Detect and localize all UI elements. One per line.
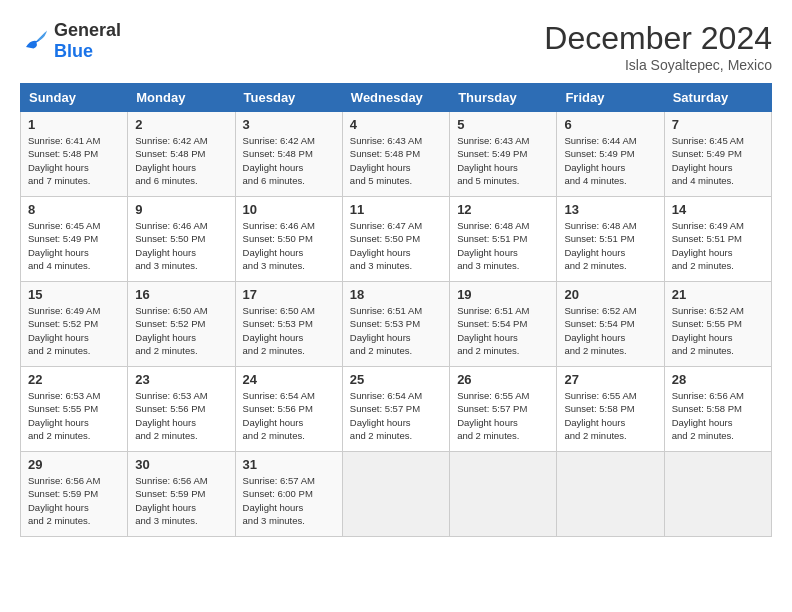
calendar-row: 8 Sunrise: 6:45 AM Sunset: 5:49 PM Dayli… <box>21 197 772 282</box>
table-cell: 15 Sunrise: 6:49 AM Sunset: 5:52 PM Dayl… <box>21 282 128 367</box>
month-title: December 2024 <box>544 20 772 57</box>
table-cell: 25 Sunrise: 6:54 AM Sunset: 5:57 PM Dayl… <box>342 367 449 452</box>
table-cell: 1 Sunrise: 6:41 AM Sunset: 5:48 PM Dayli… <box>21 112 128 197</box>
day-number: 23 <box>135 372 227 387</box>
day-info: Sunrise: 6:46 AM Sunset: 5:50 PM Dayligh… <box>135 219 227 272</box>
table-cell: 21 Sunrise: 6:52 AM Sunset: 5:55 PM Dayl… <box>664 282 771 367</box>
day-number: 20 <box>564 287 656 302</box>
table-cell: 23 Sunrise: 6:53 AM Sunset: 5:56 PM Dayl… <box>128 367 235 452</box>
day-info: Sunrise: 6:45 AM Sunset: 5:49 PM Dayligh… <box>28 219 120 272</box>
day-number: 17 <box>243 287 335 302</box>
day-number: 4 <box>350 117 442 132</box>
table-cell: 5 Sunrise: 6:43 AM Sunset: 5:49 PM Dayli… <box>450 112 557 197</box>
day-info: Sunrise: 6:52 AM Sunset: 5:55 PM Dayligh… <box>672 304 764 357</box>
table-cell: 12 Sunrise: 6:48 AM Sunset: 5:51 PM Dayl… <box>450 197 557 282</box>
day-number: 7 <box>672 117 764 132</box>
day-number: 26 <box>457 372 549 387</box>
table-cell: 31 Sunrise: 6:57 AM Sunset: 6:00 PM Dayl… <box>235 452 342 537</box>
day-number: 14 <box>672 202 764 217</box>
header-monday: Monday <box>128 84 235 112</box>
table-cell: 27 Sunrise: 6:55 AM Sunset: 5:58 PM Dayl… <box>557 367 664 452</box>
logo-icon <box>20 26 50 56</box>
calendar-row: 15 Sunrise: 6:49 AM Sunset: 5:52 PM Dayl… <box>21 282 772 367</box>
table-cell: 18 Sunrise: 6:51 AM Sunset: 5:53 PM Dayl… <box>342 282 449 367</box>
table-cell: 28 Sunrise: 6:56 AM Sunset: 5:58 PM Dayl… <box>664 367 771 452</box>
day-number: 29 <box>28 457 120 472</box>
calendar-row: 1 Sunrise: 6:41 AM Sunset: 5:48 PM Dayli… <box>21 112 772 197</box>
table-cell: 14 Sunrise: 6:49 AM Sunset: 5:51 PM Dayl… <box>664 197 771 282</box>
day-number: 18 <box>350 287 442 302</box>
day-number: 3 <box>243 117 335 132</box>
table-cell: 13 Sunrise: 6:48 AM Sunset: 5:51 PM Dayl… <box>557 197 664 282</box>
table-cell: 8 Sunrise: 6:45 AM Sunset: 5:49 PM Dayli… <box>21 197 128 282</box>
table-cell: 16 Sunrise: 6:50 AM Sunset: 5:52 PM Dayl… <box>128 282 235 367</box>
table-cell: 26 Sunrise: 6:55 AM Sunset: 5:57 PM Dayl… <box>450 367 557 452</box>
day-number: 16 <box>135 287 227 302</box>
table-cell <box>450 452 557 537</box>
table-cell <box>557 452 664 537</box>
day-info: Sunrise: 6:56 AM Sunset: 5:58 PM Dayligh… <box>672 389 764 442</box>
table-cell: 29 Sunrise: 6:56 AM Sunset: 5:59 PM Dayl… <box>21 452 128 537</box>
header-thursday: Thursday <box>450 84 557 112</box>
day-info: Sunrise: 6:51 AM Sunset: 5:53 PM Dayligh… <box>350 304 442 357</box>
table-cell <box>342 452 449 537</box>
header-tuesday: Tuesday <box>235 84 342 112</box>
day-info: Sunrise: 6:52 AM Sunset: 5:54 PM Dayligh… <box>564 304 656 357</box>
day-info: Sunrise: 6:51 AM Sunset: 5:54 PM Dayligh… <box>457 304 549 357</box>
day-number: 10 <box>243 202 335 217</box>
table-cell: 20 Sunrise: 6:52 AM Sunset: 5:54 PM Dayl… <box>557 282 664 367</box>
day-info: Sunrise: 6:49 AM Sunset: 5:51 PM Dayligh… <box>672 219 764 272</box>
day-number: 31 <box>243 457 335 472</box>
day-info: Sunrise: 6:41 AM Sunset: 5:48 PM Dayligh… <box>28 134 120 187</box>
day-info: Sunrise: 6:43 AM Sunset: 5:49 PM Dayligh… <box>457 134 549 187</box>
day-info: Sunrise: 6:56 AM Sunset: 5:59 PM Dayligh… <box>28 474 120 527</box>
day-info: Sunrise: 6:53 AM Sunset: 5:56 PM Dayligh… <box>135 389 227 442</box>
day-info: Sunrise: 6:47 AM Sunset: 5:50 PM Dayligh… <box>350 219 442 272</box>
table-cell: 11 Sunrise: 6:47 AM Sunset: 5:50 PM Dayl… <box>342 197 449 282</box>
table-cell <box>664 452 771 537</box>
table-cell: 4 Sunrise: 6:43 AM Sunset: 5:48 PM Dayli… <box>342 112 449 197</box>
day-number: 27 <box>564 372 656 387</box>
title-area: December 2024 Isla Soyaltepec, Mexico <box>544 20 772 73</box>
day-info: Sunrise: 6:48 AM Sunset: 5:51 PM Dayligh… <box>457 219 549 272</box>
day-number: 6 <box>564 117 656 132</box>
day-info: Sunrise: 6:46 AM Sunset: 5:50 PM Dayligh… <box>243 219 335 272</box>
day-number: 1 <box>28 117 120 132</box>
table-cell: 7 Sunrise: 6:45 AM Sunset: 5:49 PM Dayli… <box>664 112 771 197</box>
day-number: 21 <box>672 287 764 302</box>
day-info: Sunrise: 6:54 AM Sunset: 5:56 PM Dayligh… <box>243 389 335 442</box>
day-number: 22 <box>28 372 120 387</box>
table-cell: 22 Sunrise: 6:53 AM Sunset: 5:55 PM Dayl… <box>21 367 128 452</box>
day-info: Sunrise: 6:55 AM Sunset: 5:58 PM Dayligh… <box>564 389 656 442</box>
table-cell: 17 Sunrise: 6:50 AM Sunset: 5:53 PM Dayl… <box>235 282 342 367</box>
calendar-row: 22 Sunrise: 6:53 AM Sunset: 5:55 PM Dayl… <box>21 367 772 452</box>
header-wednesday: Wednesday <box>342 84 449 112</box>
table-cell: 3 Sunrise: 6:42 AM Sunset: 5:48 PM Dayli… <box>235 112 342 197</box>
logo-text: General Blue <box>54 20 121 62</box>
table-cell: 2 Sunrise: 6:42 AM Sunset: 5:48 PM Dayli… <box>128 112 235 197</box>
table-cell: 6 Sunrise: 6:44 AM Sunset: 5:49 PM Dayli… <box>557 112 664 197</box>
table-cell: 10 Sunrise: 6:46 AM Sunset: 5:50 PM Dayl… <box>235 197 342 282</box>
day-number: 13 <box>564 202 656 217</box>
day-number: 2 <box>135 117 227 132</box>
table-cell: 30 Sunrise: 6:56 AM Sunset: 5:59 PM Dayl… <box>128 452 235 537</box>
day-info: Sunrise: 6:56 AM Sunset: 5:59 PM Dayligh… <box>135 474 227 527</box>
day-info: Sunrise: 6:44 AM Sunset: 5:49 PM Dayligh… <box>564 134 656 187</box>
day-number: 9 <box>135 202 227 217</box>
day-number: 24 <box>243 372 335 387</box>
day-info: Sunrise: 6:45 AM Sunset: 5:49 PM Dayligh… <box>672 134 764 187</box>
day-number: 30 <box>135 457 227 472</box>
day-info: Sunrise: 6:49 AM Sunset: 5:52 PM Dayligh… <box>28 304 120 357</box>
day-info: Sunrise: 6:50 AM Sunset: 5:53 PM Dayligh… <box>243 304 335 357</box>
calendar-row: 29 Sunrise: 6:56 AM Sunset: 5:59 PM Dayl… <box>21 452 772 537</box>
day-number: 12 <box>457 202 549 217</box>
day-number: 15 <box>28 287 120 302</box>
day-info: Sunrise: 6:42 AM Sunset: 5:48 PM Dayligh… <box>135 134 227 187</box>
header-friday: Friday <box>557 84 664 112</box>
day-number: 11 <box>350 202 442 217</box>
header-saturday: Saturday <box>664 84 771 112</box>
day-info: Sunrise: 6:57 AM Sunset: 6:00 PM Dayligh… <box>243 474 335 527</box>
day-info: Sunrise: 6:54 AM Sunset: 5:57 PM Dayligh… <box>350 389 442 442</box>
day-number: 5 <box>457 117 549 132</box>
day-info: Sunrise: 6:53 AM Sunset: 5:55 PM Dayligh… <box>28 389 120 442</box>
